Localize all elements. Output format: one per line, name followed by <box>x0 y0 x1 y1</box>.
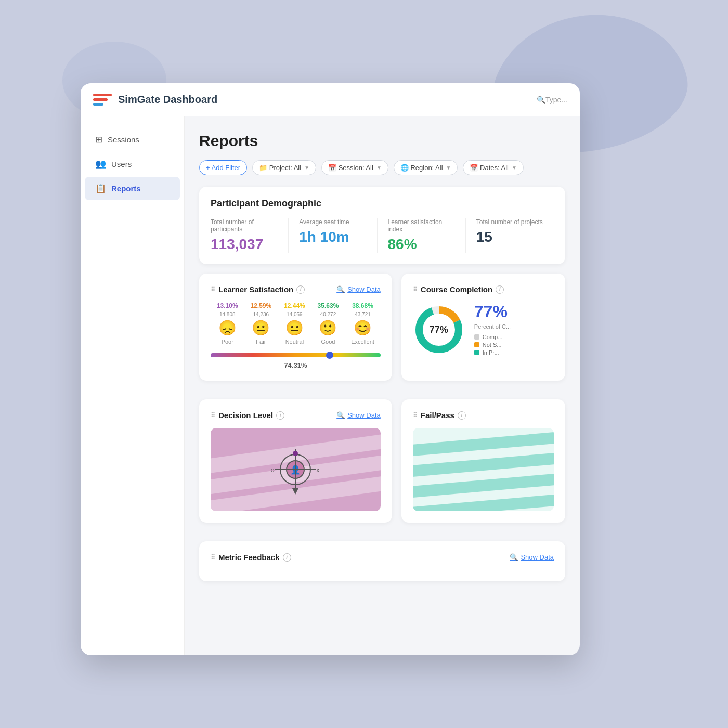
face-emoji-excellent: 😊 <box>354 319 372 336</box>
donut-chart: 77% <box>413 304 465 356</box>
drag-icon: ⠿ <box>211 554 215 561</box>
demo-stats: Total number of participants 113,037 Ave… <box>211 218 554 253</box>
course-completion-title: ⠿ Course Completion i <box>413 285 504 294</box>
dates-filter[interactable]: 📅 Dates: All ▼ <box>463 160 523 175</box>
face-label-good: Good <box>321 339 335 345</box>
face-excellent: 38.68% 43,721 😊 Excellent <box>351 302 374 345</box>
face-neutral: 12.44% 14,059 😐 Neutral <box>284 302 305 345</box>
sidebar-item-reports[interactable]: 📋 Reports <box>85 177 180 200</box>
legend-in-progress: In Pr... <box>474 349 554 356</box>
learner-satisfaction-card: ⠿ Learner Satisfaction i 🔍 Show Data 13.… <box>199 274 392 381</box>
demo-title: Participant Demographic <box>211 198 554 209</box>
label-x: x <box>316 466 320 474</box>
legend-not-started: Not S... <box>474 342 554 348</box>
learner-sat-show-data[interactable]: 🔍 Show Data <box>336 285 381 293</box>
search-icon: 🔍 <box>336 411 345 419</box>
drag-icon: ⠿ <box>413 412 418 419</box>
fail-pass-title: ⠿ Fail/Pass i <box>413 411 466 420</box>
face-count-poor: 14,808 <box>219 311 236 317</box>
decision-level-header: ⠿ Decision Level i 🔍 Show Data <box>211 411 381 420</box>
session-filter[interactable]: 📅 Session: All ▼ <box>321 160 388 175</box>
info-icon[interactable]: i <box>276 411 284 420</box>
session-filter-label: 📅 Session: All <box>328 164 373 172</box>
header: SimGate Dashboard 🔍 Type... <box>81 83 580 116</box>
face-count-neutral: 14,059 <box>287 311 303 317</box>
info-icon[interactable]: i <box>296 285 305 294</box>
chevron-down-icon: ▼ <box>512 165 517 171</box>
header-search[interactable]: 🔍 Type... <box>537 96 567 104</box>
metric-feedback-title: ⠿ Metric Feedback i <box>211 553 291 562</box>
face-emoji-good: 🙂 <box>319 319 337 336</box>
face-label-poor: Poor <box>222 339 233 345</box>
fp-stripe-3 <box>413 472 554 500</box>
add-filter-label: + Add Filter <box>206 164 240 172</box>
target-circle: 👤 o x <box>280 454 311 485</box>
drag-icon: ⠿ <box>211 286 215 293</box>
target-icon: 👤 o x <box>280 454 311 485</box>
participant-demographic-card: Participant Demographic Total number of … <box>199 187 565 264</box>
demo-stat-participants: Total number of participants 113,037 <box>211 218 289 253</box>
info-icon[interactable]: i <box>458 411 466 420</box>
face-pct-neutral: 12.44% <box>284 302 305 309</box>
face-emoji-poor: 😞 <box>218 319 237 336</box>
stat-label-2: Learner satisfaction index <box>388 218 455 233</box>
face-poor: 13.10% 14,808 😞 Poor <box>217 302 238 345</box>
cards-grid: ⠿ Learner Satisfaction i 🔍 Show Data 13.… <box>199 274 565 390</box>
demo-stat-seattime: Average seat time 1h 10m <box>289 218 377 253</box>
filter-bar: + Add Filter 📁 Project: All ▼ 📅 Session:… <box>199 160 565 175</box>
fp-stripe-2 <box>413 451 554 479</box>
demo-stat-projects: Total number of projects 15 <box>466 218 554 253</box>
failpass-visual <box>413 428 554 511</box>
stat-label-3: Total number of projects <box>476 218 543 226</box>
sidebar-label-reports: Reports <box>111 184 141 193</box>
face-pct-poor: 13.10% <box>217 302 238 309</box>
target-dot <box>293 451 298 456</box>
chevron-down-icon: ▼ <box>446 165 451 171</box>
dates-filter-label: 📅 Dates: All <box>470 164 509 172</box>
sidebar-item-sessions[interactable]: ⊞ Sessions <box>85 128 180 151</box>
label-o: o <box>270 466 274 474</box>
info-icon[interactable]: i <box>496 285 504 294</box>
project-filter[interactable]: 📁 Project: All ▼ <box>252 160 316 175</box>
donut-pct: 77% <box>430 324 448 335</box>
legend-dot-not-started <box>474 342 479 347</box>
face-label-excellent: Excellent <box>351 339 374 345</box>
legend-dot-in-progress <box>474 350 479 355</box>
fail-pass-header: ⠿ Fail/Pass i <box>413 411 554 420</box>
stat-label-0: Total number of participants <box>211 218 278 233</box>
legend-dot-completed <box>474 334 479 340</box>
logo-icon <box>93 90 112 109</box>
add-filter-button[interactable]: + Add Filter <box>199 160 247 175</box>
stat-value-projects: 15 <box>476 229 543 245</box>
decision-visual: 👤 o x <box>211 428 381 511</box>
learner-sat-title: ⠿ Learner Satisfaction i <box>211 285 305 294</box>
drag-icon: ⠿ <box>413 286 418 293</box>
completion-sub: Percent of C... <box>474 323 554 330</box>
chevron-down-icon: ▼ <box>304 165 309 171</box>
face-label-fair: Fair <box>256 339 266 345</box>
decision-level-card: ⠿ Decision Level i 🔍 Show Data <box>199 399 392 523</box>
satisfaction-bar-dot <box>326 352 333 359</box>
face-fair: 12.59% 14,236 😐 Fair <box>250 302 271 345</box>
metric-feedback-show-data[interactable]: 🔍 Show Data <box>510 553 554 561</box>
decision-level-show-data[interactable]: 🔍 Show Data <box>336 411 381 419</box>
satisfaction-bar-wrap <box>211 353 381 357</box>
fail-pass-card: ⠿ Fail/Pass i <box>401 399 565 523</box>
face-count-excellent: 43,721 <box>355 311 371 317</box>
course-completion-card: ⠿ Course Completion i <box>401 274 565 381</box>
course-completion-header: ⠿ Course Completion i <box>413 285 554 294</box>
face-good: 35.63% 40,272 🙂 Good <box>318 302 339 345</box>
sidebar-item-users[interactable]: 👥 Users <box>85 152 180 176</box>
reports-icon: 📋 <box>95 183 106 194</box>
region-filter[interactable]: 🌐 Region: All ▼ <box>394 160 458 175</box>
stat-label-1: Average seat time <box>299 218 366 226</box>
metric-feedback-header: ⠿ Metric Feedback i 🔍 Show Data <box>211 553 554 562</box>
page-title: Reports <box>199 132 565 150</box>
target-pointer <box>292 488 298 495</box>
info-icon[interactable]: i <box>283 553 291 562</box>
demo-stat-satisfaction: Learner satisfaction index 86% <box>378 218 466 253</box>
main-content: Reports + Add Filter 📁 Project: All ▼ 📅 … <box>185 116 580 655</box>
metric-feedback-card: ⠿ Metric Feedback i 🔍 Show Data <box>199 541 565 581</box>
app-title: SimGate Dashboard <box>118 94 217 106</box>
satisfaction-pct: 74.31% <box>211 361 381 369</box>
